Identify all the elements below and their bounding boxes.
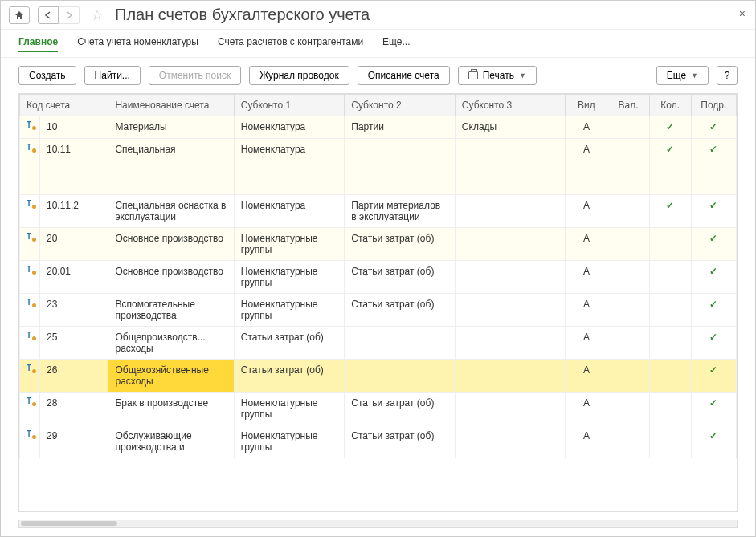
back-button[interactable] [38, 6, 59, 24]
cell-vid: А [566, 393, 607, 425]
account-icon [27, 397, 36, 407]
cell-sub2: Партии материалов в эксплуатации [345, 195, 456, 228]
cell-val [607, 360, 649, 393]
tab-counterparties[interactable]: Счета расчетов с контрагентами [218, 36, 363, 52]
cell-sub2: Статьи затрат (об) [345, 393, 456, 425]
cell-val [607, 425, 649, 458]
cell-sub2: Статьи затрат (об) [345, 228, 456, 261]
cell-sub1: Номенклатурные группы [234, 425, 345, 458]
cell-val [607, 195, 649, 228]
table-row[interactable]: 23Вспомогательные производстваНоменклату… [20, 294, 737, 327]
titlebar: ☆ План счетов бухгалтерского учета [1, 1, 755, 30]
cell-sub2 [345, 360, 456, 393]
chevron-down-icon: ▼ [519, 71, 526, 79]
cell-kol [649, 327, 691, 360]
table-row[interactable]: 20.01Основное производствоНоменклатурные… [20, 261, 737, 294]
cell-podr: ✓ [691, 116, 736, 139]
cell-sub1: Номенклатура [234, 195, 345, 228]
col-name[interactable]: Наименование счета [108, 95, 234, 116]
cell-sub1: Номенклатура [234, 139, 345, 195]
row-icon-cell [20, 228, 40, 261]
forward-button[interactable] [59, 6, 80, 24]
horizontal-scrollbar[interactable] [18, 520, 738, 528]
cell-kol: ✓ [649, 139, 691, 195]
close-icon[interactable]: × [739, 7, 746, 20]
cell-sub3 [455, 425, 566, 458]
table-row[interactable]: 20Основное производствоНоменклатурные гр… [20, 228, 737, 261]
create-button[interactable]: Создать [18, 66, 76, 85]
cell-podr: ✓ [691, 228, 736, 261]
col-code[interactable]: Код счета [20, 95, 108, 116]
row-icon-cell [20, 195, 40, 228]
toolbar: Создать Найти... Отменить поиск Журнал п… [1, 58, 755, 93]
cell-podr: ✓ [691, 425, 736, 458]
accounts-table-wrap[interactable]: Код счета Наименование счета Субконто 1 … [18, 93, 738, 512]
account-icon [27, 332, 36, 341]
cell-kol [649, 425, 691, 458]
cell-code: 20 [40, 228, 108, 261]
tabs: Главное Счета учета номенклатуры Счета р… [1, 30, 755, 58]
table-row[interactable]: 10.11.2Специальная оснастка в эксплуатац… [20, 195, 737, 228]
cell-podr: ✓ [691, 139, 736, 195]
col-vid[interactable]: Вид [566, 95, 607, 116]
cell-val [607, 393, 649, 425]
favorite-star-icon[interactable]: ☆ [91, 6, 104, 24]
cell-podr: ✓ [691, 195, 736, 228]
tab-nomenclature[interactable]: Счета учета номенклатуры [77, 36, 198, 52]
table-row[interactable]: 25Общепроизводств... расходыСтатьи затра… [20, 327, 737, 360]
cell-sub2: Статьи затрат (об) [345, 294, 456, 327]
cell-name: Специальная оснастка в эксплуатации [108, 195, 234, 228]
accounts-table: Код счета Наименование счета Субконто 1 … [19, 94, 737, 458]
cell-sub2: Статьи затрат (об) [345, 425, 456, 458]
row-icon-cell [20, 327, 40, 360]
cell-name: Общехозяйственные расходы [108, 360, 234, 393]
row-icon-cell [20, 139, 40, 195]
cell-name: Вспомогательные производства [108, 294, 234, 327]
account-icon [27, 299, 36, 308]
cell-sub3 [455, 327, 566, 360]
find-button[interactable]: Найти... [84, 66, 141, 85]
tab-more[interactable]: Еще... [382, 36, 410, 52]
row-icon-cell [20, 261, 40, 294]
more-button[interactable]: Еще ▼ [656, 66, 709, 85]
printer-icon [468, 71, 478, 79]
cell-sub3 [455, 261, 566, 294]
row-icon-cell [20, 425, 40, 458]
table-body: 10МатериалыНоменклатураПартииСкладыА✓✓10… [20, 116, 737, 458]
cell-kol: ✓ [649, 195, 691, 228]
row-icon-cell [20, 116, 40, 139]
chevron-down-icon: ▼ [691, 71, 698, 79]
cell-vid: А [566, 360, 607, 393]
col-podr[interactable]: Подр. [691, 95, 736, 116]
col-sub3[interactable]: Субконто 3 [455, 95, 566, 116]
col-sub2[interactable]: Субконто 2 [345, 95, 456, 116]
cell-sub3 [455, 393, 566, 425]
tab-main[interactable]: Главное [18, 36, 58, 52]
cell-sub3 [455, 195, 566, 228]
table-row[interactable]: 28Брак в производствеНоменклатурные груп… [20, 393, 737, 425]
help-button[interactable]: ? [717, 66, 738, 85]
cell-kol [649, 228, 691, 261]
print-button[interactable]: Печать ▼ [458, 66, 537, 85]
journal-button[interactable]: Журнал проводок [249, 66, 349, 85]
cell-name: Специальная [108, 139, 234, 195]
cell-code: 10.11.2 [40, 195, 108, 228]
home-button[interactable] [9, 6, 30, 24]
cell-sub3 [455, 228, 566, 261]
cell-sub3 [455, 294, 566, 327]
cell-vid: А [566, 294, 607, 327]
row-icon-cell [20, 360, 40, 393]
col-sub1[interactable]: Субконто 1 [234, 95, 345, 116]
description-button[interactable]: Описание счета [358, 66, 450, 85]
table-row[interactable]: 29Обслуживающие производства иНоменклату… [20, 425, 737, 458]
col-kol[interactable]: Кол. [649, 95, 691, 116]
cell-sub3 [455, 139, 566, 195]
cell-kol [649, 294, 691, 327]
cell-name: Материалы [108, 116, 234, 139]
table-row[interactable]: 26Общехозяйственные расходыСтатьи затрат… [20, 360, 737, 393]
table-row[interactable]: 10.11СпециальнаяНоменклатураА✓✓ [20, 139, 737, 195]
cell-vid: А [566, 261, 607, 294]
cell-code: 25 [40, 327, 108, 360]
table-row[interactable]: 10МатериалыНоменклатураПартииСкладыА✓✓ [20, 116, 737, 139]
col-val[interactable]: Вал. [607, 95, 649, 116]
